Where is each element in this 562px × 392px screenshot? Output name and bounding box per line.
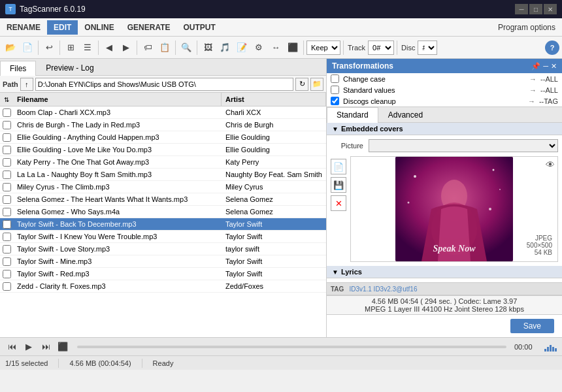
file-row[interactable]: La La La - Naughty Boy ft Sam Smith.mp3 …: [0, 169, 326, 181]
file-row[interactable]: Ellie Goulding - Anything Could Happen.m…: [0, 131, 326, 144]
file-row[interactable]: Taylor Swift - Love Story.mp3 taylor swi…: [0, 243, 326, 255]
file-row[interactable]: Taylor Swift - Back To December.mp3 Tayl…: [0, 218, 326, 231]
toolbar-right-button[interactable]: ▶: [118, 40, 134, 56]
menu-bar: RENAME EDIT ONLINE GENERATE OUTPUT Progr…: [0, 18, 562, 37]
app-title: TagScanner 6.0.19: [20, 5, 86, 14]
toolbar-tag-button[interactable]: 🏷: [140, 40, 156, 56]
trans-pin-button[interactable]: 📌: [531, 62, 540, 71]
menu-rename[interactable]: RENAME: [0, 20, 47, 35]
toolbar-sep-6: [197, 41, 197, 55]
file-checkbox[interactable]: [3, 121, 11, 129]
file-checkbox[interactable]: [3, 270, 11, 278]
menu-output[interactable]: OUTPUT: [177, 20, 222, 35]
file-checkbox[interactable]: [3, 146, 11, 154]
menu-generate[interactable]: GENERATE: [121, 20, 177, 35]
file-checkbox[interactable]: [3, 183, 11, 191]
right-tab-advanced[interactable]: Advanced: [378, 107, 433, 122]
file-row[interactable]: Taylor Swift - I Knew You Were Trouble.m…: [0, 231, 326, 243]
menu-online[interactable]: ONLINE: [78, 20, 120, 35]
toolbar-search-button[interactable]: 🔍: [178, 40, 194, 56]
tab-preview[interactable]: Preview - Log: [36, 60, 103, 75]
file-artist: Taylor Swift: [222, 231, 326, 242]
file-row[interactable]: Ellie Goulding - Love Me Like You Do.mp3…: [0, 144, 326, 156]
file-checkbox[interactable]: [3, 133, 11, 142]
close-button[interactable]: ✕: [544, 4, 557, 14]
trans-checkbox[interactable]: [331, 86, 339, 94]
toolbar-image-button[interactable]: 🖼: [200, 40, 216, 56]
file-checkbox[interactable]: [3, 158, 11, 167]
track-select[interactable]: 0#: [368, 41, 394, 55]
toolbar-open-button[interactable]: 📂: [3, 40, 18, 56]
cover-eye-button[interactable]: 👁: [546, 159, 555, 170]
file-checkbox-cell: [0, 183, 13, 191]
file-name: Selena Gomez - Who Says.m4a: [13, 206, 222, 218]
trans-min-button[interactable]: ─: [543, 62, 548, 71]
toolbar-img5-button[interactable]: ↔: [268, 40, 284, 56]
trans-item: Standard values → --ALL: [327, 84, 562, 95]
stop-button[interactable]: ⬛: [56, 340, 69, 353]
file-row[interactable]: Taylor Swift - Mine.mp3 Taylor Swift: [0, 255, 326, 268]
tab-files[interactable]: Files: [0, 61, 36, 76]
file-checkbox[interactable]: [3, 171, 11, 179]
path-folder-button[interactable]: 📁: [310, 78, 323, 91]
minimize-button[interactable]: ─: [515, 4, 528, 14]
cover-add-button[interactable]: 📄: [331, 159, 346, 174]
program-options-link[interactable]: Program options: [491, 20, 562, 35]
play-button[interactable]: ▶: [22, 340, 35, 353]
trans-close-button[interactable]: ✕: [551, 62, 557, 71]
path-input[interactable]: [35, 78, 293, 91]
file-row[interactable]: Boom Clap - Charli XCX.mp3 Charli XCX: [0, 106, 326, 119]
file-row[interactable]: Taylor Swift - Red.mp3 Taylor Swift: [0, 268, 326, 280]
toolbar-list-button[interactable]: ☰: [80, 40, 95, 56]
toolbar-sep-4: [137, 41, 137, 55]
toolbar-img4-button[interactable]: ⚙: [251, 40, 267, 56]
trans-checkbox[interactable]: [331, 74, 339, 83]
sort-icon[interactable]: ⇅: [0, 93, 13, 106]
lyrics-header[interactable]: ▼ Lyrics: [327, 266, 562, 278]
toolbar-file-button[interactable]: 📄: [20, 40, 35, 56]
file-row[interactable]: Chris de Burgh - The Lady in Red.mp3 Chr…: [0, 119, 326, 131]
path-up-button[interactable]: ↑: [20, 78, 33, 91]
file-checkbox[interactable]: [3, 233, 11, 241]
file-checkbox[interactable]: [3, 220, 11, 229]
file-row[interactable]: Selena Gomez - The Heart Wants What It W…: [0, 193, 326, 206]
trans-checkbox[interactable]: [331, 97, 339, 105]
keep-select[interactable]: Keep: [306, 41, 340, 55]
right-tab-standard[interactable]: Standard: [327, 107, 378, 123]
embedded-covers-header[interactable]: ▼ Embedded covers: [327, 123, 562, 135]
toolbar-img6-button[interactable]: ⬛: [285, 40, 301, 56]
progress-track[interactable]: [77, 346, 506, 348]
col-header-filename[interactable]: Filename: [13, 93, 222, 106]
file-checkbox[interactable]: [3, 108, 11, 117]
file-row[interactable]: Selena Gomez - Who Says.m4a Selena Gomez: [0, 206, 326, 218]
disc-select[interactable]: #: [418, 41, 437, 55]
prev-button[interactable]: ⏮: [5, 340, 18, 353]
picture-select[interactable]: [369, 139, 558, 152]
path-refresh-button[interactable]: ↻: [295, 78, 308, 91]
cover-save-button[interactable]: 💾: [331, 177, 346, 193]
maximize-button[interactable]: □: [529, 4, 542, 14]
toolbar-img2-button[interactable]: 🎵: [217, 40, 233, 56]
menu-edit[interactable]: EDIT: [47, 20, 78, 35]
toolbar-left-button[interactable]: ◀: [101, 40, 117, 56]
cover-delete-button[interactable]: ✕: [331, 195, 346, 211]
next-ff-button[interactable]: ⏭: [39, 340, 52, 353]
file-checkbox[interactable]: [3, 245, 11, 253]
toolbar-grid-button[interactable]: ⊞: [63, 40, 78, 56]
transformations-label: Transformations: [332, 61, 393, 71]
file-checkbox[interactable]: [3, 257, 11, 266]
toolbar-img3-button[interactable]: 📝: [234, 40, 250, 56]
file-row[interactable]: Zedd - Clarity ft. Foxes.mp3 Zedd/Foxes: [0, 280, 326, 293]
file-name: Selena Gomez - The Heart Wants What It W…: [13, 193, 222, 205]
save-button[interactable]: Save: [510, 319, 554, 333]
toolbar-undo-button[interactable]: ↩: [41, 40, 57, 56]
file-row[interactable]: Katy Perry - The One That Got Away.mp3 K…: [0, 156, 326, 169]
toolbar-tag2-button[interactable]: 📋: [157, 40, 173, 56]
tag-values[interactable]: ID3v1.1 ID3v2.3@utf16: [349, 286, 417, 293]
help-button[interactable]: ?: [545, 41, 559, 55]
file-checkbox[interactable]: [3, 282, 11, 291]
file-checkbox[interactable]: [3, 195, 11, 204]
col-header-artist[interactable]: Artist: [222, 93, 326, 106]
file-checkbox[interactable]: [3, 208, 11, 216]
file-row[interactable]: Miley Cyrus - The Climb.mp3 Miley Cyrus: [0, 181, 326, 193]
